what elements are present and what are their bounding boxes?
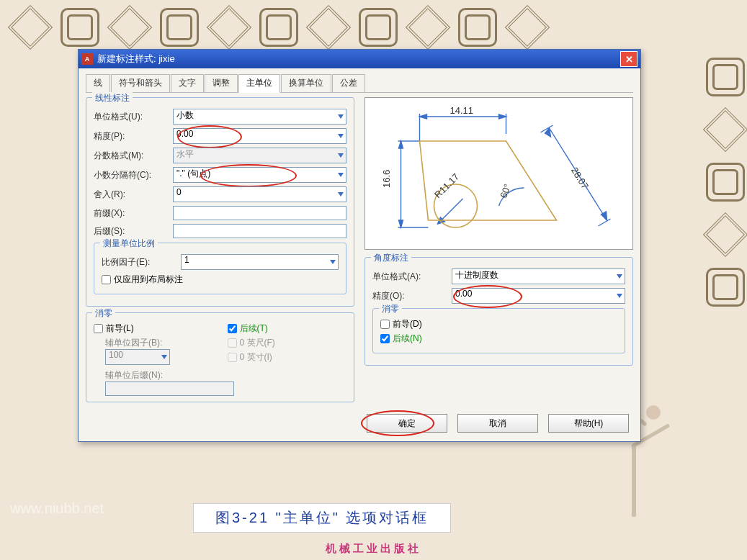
suffix-label: 后缀(S): [94, 225, 173, 238]
preview-dim-ang: 60° [498, 182, 513, 199]
subunit-factor-input: 100 [105, 349, 170, 365]
svg-line-14 [599, 219, 611, 226]
dialog-title: 新建标注样式: jixie [97, 53, 620, 66]
ornament-diamond [8, 5, 53, 50]
unit-format-select[interactable]: 小数 [173, 109, 346, 125]
trailing-checkbox[interactable]: 后续(T) [228, 322, 347, 335]
ang-trailing-check[interactable] [380, 334, 390, 343]
dimension-style-dialog: A 新建标注样式: jixie ✕ 线 符号和箭头 文字 调整 主单位 换算单位… [78, 49, 641, 442]
ang-unit-select[interactable]: 十进制度数 [452, 268, 625, 284]
scale-factor-input[interactable]: 1 [181, 254, 339, 270]
zero-feet-check [228, 338, 237, 348]
subunit-suffix-label: 辅单位后缀(N): [105, 369, 213, 381]
ang-trailing-label: 后续(N) [393, 333, 422, 345]
svg-marker-3 [420, 114, 427, 119]
right-column: 14.11 16.6 R11.17 60° 28.07 角度标注 单位格式(A)… [364, 97, 633, 408]
ang-leading-checkbox[interactable]: 前导(D) [380, 318, 617, 330]
preview-dim-diag: 28.07 [569, 166, 591, 191]
zero-inches-checkbox: 0 英寸(I) [228, 351, 347, 363]
titlebar[interactable]: A 新建标注样式: jixie ✕ [79, 50, 640, 68]
ornament-diamond [703, 212, 747, 257]
ornament-knot [259, 8, 298, 47]
ornament-top [0, 0, 747, 55]
zero-feet-label: 0 英尺(F) [240, 337, 275, 349]
group-zero-angular: 消零 前导(D) 后续(N) [372, 308, 625, 353]
ang-leading-label: 前导(D) [393, 318, 422, 330]
round-select[interactable]: 0 [173, 186, 346, 202]
precision-select[interactable]: 0.00 [173, 128, 346, 144]
figure-caption: 图3-21 "主单位" 选项对话框 [193, 503, 451, 533]
tab-text[interactable]: 文字 [171, 74, 204, 92]
leading-checkbox[interactable]: 前导(L) [94, 322, 213, 335]
page-root: www.niubb.net A 新建标注样式: jixie ✕ 线 符号和箭头 … [0, 0, 747, 560]
fraction-format-label: 分数格式(M): [94, 150, 173, 162]
zero-feet-checkbox: 0 英尺(F) [228, 337, 347, 349]
ornament-knot [160, 8, 199, 47]
ang-precision-label: 精度(O): [372, 290, 452, 302]
tab-lines[interactable]: 线 [86, 74, 110, 92]
ornament-knot [359, 8, 398, 47]
ang-unit-label: 单位格式(A): [372, 271, 452, 283]
group-scale: 测量单位比例 比例因子(E): 1 仅应用到布局标注 [94, 243, 346, 294]
tab-alt-units[interactable]: 换算单位 [281, 74, 331, 92]
zero-inches-check [228, 353, 237, 362]
ornament-diamond [107, 5, 152, 50]
leading-check[interactable] [94, 324, 103, 333]
precision-label: 精度(P): [94, 130, 173, 143]
publisher: 机械工业出版社 [0, 542, 747, 556]
layout-only-label: 仅应用到布局标注 [114, 274, 183, 286]
tab-strip: 线 符号和箭头 文字 调整 主单位 换算单位 公差 [86, 74, 633, 93]
help-button[interactable]: 帮助(H) [548, 414, 629, 433]
prefix-input[interactable] [173, 206, 346, 220]
trailing-check[interactable] [228, 324, 237, 333]
group-legend: 测量单位比例 [100, 238, 158, 250]
leading-label: 前导(L) [106, 322, 134, 335]
group-legend: 消零 [379, 303, 402, 315]
round-label: 舍入(R): [94, 189, 173, 201]
decimal-sep-select[interactable]: "." (句点) [173, 167, 346, 183]
ornament-diamond [406, 5, 450, 50]
subunit-factor-label: 辅单位因子(B): [105, 337, 213, 349]
ornament-diamond [703, 107, 747, 152]
ang-precision-select[interactable]: 0.00 [452, 288, 625, 304]
group-angular: 角度标注 单位格式(A): 十进制度数 精度(O): 0.00 消零 [364, 257, 633, 366]
dimension-preview: 14.11 16.6 R11.17 60° 28.07 [364, 97, 633, 250]
subunit-suffix-input [105, 381, 234, 396]
layout-only-check[interactable] [102, 275, 111, 284]
group-legend: 消零 [92, 307, 115, 320]
preview-dim-w: 14.11 [450, 105, 474, 116]
tab-primary-units[interactable]: 主单位 [238, 74, 280, 93]
ang-leading-check[interactable] [380, 320, 390, 329]
ok-button[interactable]: 确定 [367, 414, 447, 433]
app-icon: A [81, 53, 93, 65]
ornament-diamond [306, 5, 351, 50]
watermark: www.niubb.net [10, 500, 104, 517]
group-legend: 线性标注 [92, 92, 133, 104]
ornament-knot [61, 8, 99, 47]
ornament-knot [706, 163, 745, 202]
trailing-label: 后续(T) [240, 322, 268, 335]
button-row: 确定 取消 帮助(H) [86, 408, 633, 433]
ang-trailing-checkbox[interactable]: 后续(N) [380, 333, 617, 345]
ornament-diamond [505, 5, 550, 50]
tab-symbols[interactable]: 符号和箭头 [111, 74, 170, 92]
tab-tolerance[interactable]: 公差 [332, 74, 365, 92]
svg-marker-4 [499, 114, 506, 119]
dialog-body: 线 符号和箭头 文字 调整 主单位 换算单位 公差 线性标注 单位格式(U): … [79, 68, 640, 441]
ornament-diamond [207, 5, 251, 50]
unit-format-label: 单位格式(U): [94, 111, 173, 123]
cancel-button[interactable]: 取消 [457, 414, 538, 433]
ornament-knot [458, 8, 497, 47]
tab-fit[interactable]: 调整 [205, 74, 238, 92]
fraction-format-select: 水平 [173, 148, 346, 163]
layout-only-checkbox[interactable]: 仅应用到布局标注 [102, 274, 339, 286]
decimal-sep-label: 小数分隔符(C): [94, 169, 173, 181]
suffix-input[interactable] [173, 224, 346, 238]
group-zero-linear: 消零 前导(L) 辅单位因子(B): 100 辅单位后缀(N [86, 312, 354, 402]
svg-marker-8 [399, 141, 403, 148]
close-button[interactable]: ✕ [620, 51, 638, 67]
preview-dim-r: R11.17 [432, 171, 461, 200]
svg-marker-9 [399, 220, 403, 227]
ornament-knot [706, 58, 745, 96]
group-linear: 线性标注 单位格式(U): 小数 精度(P): 0.00 分数格式(M): [86, 97, 354, 307]
